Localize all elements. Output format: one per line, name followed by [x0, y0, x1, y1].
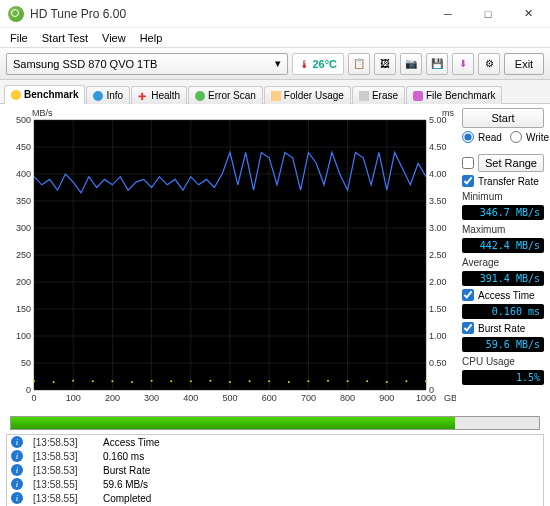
tab-benchmark[interactable]: Benchmark	[4, 85, 85, 104]
menu-file[interactable]: File	[4, 30, 34, 46]
at-value: 0.160 ms	[462, 304, 544, 319]
svg-point-68	[249, 380, 251, 382]
svg-point-59	[72, 380, 74, 382]
svg-text:450: 450	[16, 142, 31, 152]
tab-file-benchmark[interactable]: File Benchmark	[406, 86, 502, 104]
svg-point-57	[33, 380, 35, 382]
copy-screenshot-button[interactable]: 🖼	[374, 53, 396, 75]
svg-point-72	[327, 380, 329, 382]
svg-point-73	[347, 380, 349, 382]
log-msg: Access Time	[103, 437, 160, 448]
chart-svg: 5005.004504.504004.003503.503003.002502.…	[6, 108, 456, 408]
svg-text:200: 200	[16, 277, 31, 287]
menubar: File Start Test View Help	[0, 28, 550, 48]
health-icon: ✚	[138, 91, 148, 101]
exit-button[interactable]: Exit	[504, 53, 544, 75]
svg-point-77	[425, 380, 427, 382]
menu-help[interactable]: Help	[134, 30, 169, 46]
temperature-value: 26°C	[312, 58, 337, 70]
camera-button[interactable]: 📷	[400, 53, 422, 75]
svg-text:3.00: 3.00	[429, 223, 447, 233]
svg-text:1000: 1000	[416, 393, 436, 403]
svg-text:200: 200	[105, 393, 120, 403]
close-button[interactable]: ✕	[508, 0, 548, 28]
svg-point-58	[53, 381, 55, 383]
log-time: [13:58.53]	[33, 451, 93, 462]
svg-text:0: 0	[31, 393, 36, 403]
set-range-button[interactable]: Set Range	[478, 154, 544, 172]
svg-text:0.50: 0.50	[429, 358, 447, 368]
avg-value: 391.4 MB/s	[462, 271, 544, 286]
minimize-button[interactable]: ─	[428, 0, 468, 28]
tab-folder-usage[interactable]: Folder Usage	[264, 86, 351, 104]
tab-error-scan[interactable]: Error Scan	[188, 86, 263, 104]
svg-text:900: 900	[379, 393, 394, 403]
benchmark-icon	[11, 90, 21, 100]
burstrate-check[interactable]	[462, 322, 474, 334]
load-button[interactable]: ⬇	[452, 53, 474, 75]
copy-text-button[interactable]: 📋	[348, 53, 370, 75]
titlebar: HD Tune Pro 6.00 ─ □ ✕	[0, 0, 550, 28]
log-time: [13:58.55]	[33, 493, 93, 504]
svg-text:0: 0	[26, 385, 31, 395]
svg-point-60	[92, 380, 94, 382]
log-row: i[13:58.53]Burst Rate	[7, 463, 543, 477]
svg-text:300: 300	[144, 393, 159, 403]
log-row: i[13:58.55]Completed	[7, 491, 543, 505]
plot-area: MB/s ms 5005.004504.504004.003503.503003…	[6, 108, 456, 408]
tab-erase[interactable]: Erase	[352, 86, 405, 104]
tab-info[interactable]: Info	[86, 86, 130, 104]
thermometer-icon: 🌡	[299, 58, 310, 70]
start-button[interactable]: Start	[462, 108, 544, 128]
accesstime-check[interactable]	[462, 289, 474, 301]
svg-point-65	[190, 380, 192, 382]
menu-view[interactable]: View	[96, 30, 132, 46]
svg-point-76	[405, 380, 407, 382]
maximize-button[interactable]: □	[468, 0, 508, 28]
write-radio[interactable]	[510, 131, 522, 143]
setrange-check[interactable]	[462, 157, 474, 169]
svg-point-75	[386, 381, 388, 383]
chart: 5005.004504.504004.003503.503003.002502.…	[6, 108, 456, 408]
svg-point-74	[366, 380, 368, 382]
transferrate-check[interactable]	[462, 175, 474, 187]
min-label: Minimum	[462, 191, 544, 202]
side-panel: Start ReadWrite Set Range Transfer Rate …	[462, 108, 544, 408]
toolstrip: Samsung SSD 870 QVO 1TB ▾ 🌡 26°C 📋 🖼 📷 💾…	[0, 48, 550, 80]
info-icon: i	[11, 436, 23, 448]
svg-text:250: 250	[16, 250, 31, 260]
menu-start-test[interactable]: Start Test	[36, 30, 94, 46]
svg-text:300: 300	[16, 223, 31, 233]
svg-point-69	[268, 380, 270, 382]
read-radio[interactable]	[462, 131, 474, 143]
svg-text:600: 600	[262, 393, 277, 403]
log-row: i[13:58.53]0.160 ms	[7, 449, 543, 463]
drive-select[interactable]: Samsung SSD 870 QVO 1TB ▾	[6, 53, 288, 75]
info-icon: i	[11, 464, 23, 476]
log-msg: Completed	[103, 493, 151, 504]
svg-point-61	[111, 380, 113, 382]
svg-text:100: 100	[16, 331, 31, 341]
tab-health[interactable]: ✚Health	[131, 86, 187, 104]
log-panel: i[13:58.53]Access Timei[13:58.53]0.160 m…	[6, 434, 544, 506]
scan-icon	[195, 91, 205, 101]
svg-text:350: 350	[16, 196, 31, 206]
max-value: 442.4 MB/s	[462, 238, 544, 253]
log-time: [13:58.53]	[33, 465, 93, 476]
svg-text:2.00: 2.00	[429, 277, 447, 287]
progress-fill	[11, 417, 455, 429]
app-icon	[8, 6, 24, 22]
save-button[interactable]: 💾	[426, 53, 448, 75]
log-msg: 0.160 ms	[103, 451, 144, 462]
svg-point-70	[288, 381, 290, 383]
tabbar: Benchmark Info ✚Health Error Scan Folder…	[0, 80, 550, 104]
file-bench-icon	[413, 91, 423, 101]
svg-text:500: 500	[222, 393, 237, 403]
options-button[interactable]: ⚙	[478, 53, 500, 75]
svg-point-63	[151, 380, 153, 382]
max-label: Maximum	[462, 224, 544, 235]
info-icon: i	[11, 492, 23, 504]
svg-text:1.00: 1.00	[429, 331, 447, 341]
log-row: i[13:58.53]Access Time	[7, 435, 543, 449]
svg-text:2.50: 2.50	[429, 250, 447, 260]
